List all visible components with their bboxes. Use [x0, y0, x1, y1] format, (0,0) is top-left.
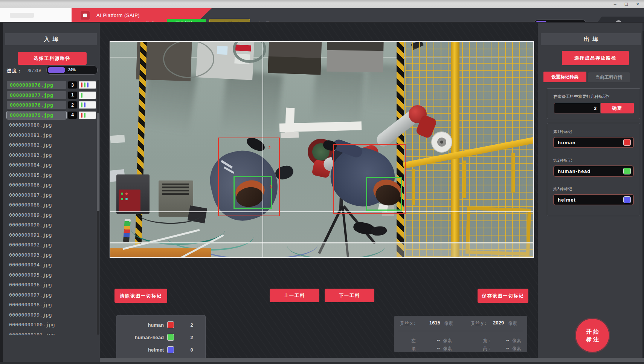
- rail-post: [511, 153, 515, 193]
- save-marks-button[interactable]: 保存该图一切标记: [478, 289, 528, 303]
- next-workpiece-button[interactable]: 下一工料: [325, 289, 374, 302]
- legend-label: helmet: [119, 347, 164, 353]
- file-row[interactable]: 0000000089.jpg: [3, 211, 97, 219]
- rail-post: [412, 169, 415, 205]
- bbox-human-head-left[interactable]: [233, 176, 272, 209]
- app-logo-icon: [80, 11, 90, 20]
- file-row[interactable]: 0000000087.jpg: [3, 191, 97, 199]
- divider: [398, 331, 523, 331]
- file-name: 0000000092.jpg: [9, 241, 52, 249]
- file-name: 0000000082.jpg: [9, 141, 52, 149]
- unit-label: 像素: [512, 338, 521, 344]
- window-bottom-bar: [100, 358, 644, 362]
- file-name: 0000000076.jpg: [7, 81, 66, 89]
- file-row[interactable]: 0000000092.jpg: [3, 241, 97, 249]
- crosshair-y-value: 2029: [493, 320, 504, 326]
- file-row[interactable]: 0000000098.jpg: [3, 301, 97, 309]
- file-row[interactable]: 0000000096.jpg: [3, 281, 97, 289]
- minimize-icon[interactable]: ─: [611, 1, 619, 8]
- mark-count-group: 在这些工料中将要打几种标记? 确定: [547, 88, 640, 119]
- tab-set-mark-types[interactable]: 设置标记种类: [543, 72, 586, 82]
- file-row[interactable]: 0000000088.jpg: [3, 201, 97, 209]
- select-output-path-button[interactable]: 选择成品存放路径: [562, 51, 629, 65]
- file-name: 0000000091.jpg: [9, 231, 52, 239]
- prev-workpiece-button[interactable]: 上一工料: [270, 289, 319, 302]
- file-row[interactable]: 0000000093.jpg: [3, 251, 97, 259]
- file-row[interactable]: 00000000101.jpg: [3, 331, 97, 335]
- vent-slots: [162, 184, 189, 195]
- mark-count-input[interactable]: [554, 103, 601, 113]
- close-icon[interactable]: ✕: [633, 1, 642, 8]
- machine: [268, 42, 322, 75]
- file-row[interactable]: 0000000076.jpg3: [3, 81, 97, 89]
- shadow: [311, 66, 365, 127]
- file-row[interactable]: 00000000100.jpg: [3, 321, 97, 329]
- file-row[interactable]: 0000000081.jpg: [3, 131, 97, 139]
- start-annotation-line1: 开始: [584, 327, 600, 335]
- file-row[interactable]: 0000000084.jpg: [3, 161, 97, 169]
- file-list: 0000000076.jpg30000000077.jpg10000000078…: [3, 80, 97, 335]
- file-row[interactable]: 0000000094.jpg: [3, 261, 97, 269]
- file-row[interactable]: 0000000085.jpg: [3, 171, 97, 179]
- file-name: 0000000095.jpg: [9, 271, 52, 279]
- mark2-input[interactable]: [553, 165, 634, 177]
- maximize-icon[interactable]: ☐: [622, 1, 630, 8]
- crosshair-horizontal-line: [110, 211, 533, 212]
- file-row[interactable]: 0000000099.jpg: [3, 311, 97, 319]
- legend-swatch-human-head: [167, 334, 174, 341]
- start-annotation-button[interactable]: 开始 标注: [576, 319, 609, 352]
- height-label: 高：: [483, 346, 492, 352]
- mark-types-group: 第1种标记 第2种标记 第3种标记: [547, 123, 640, 216]
- file-name: 0000000098.jpg: [9, 301, 52, 309]
- file-row[interactable]: 0000000086.jpg: [3, 181, 97, 189]
- mark-count-bar: [84, 102, 85, 107]
- file-row[interactable]: 0000000083.jpg: [3, 151, 97, 159]
- file-row[interactable]: 0000000080.jpg: [3, 121, 97, 129]
- file-row[interactable]: 0000000091.jpg: [3, 231, 97, 239]
- file-name: 0000000083.jpg: [9, 151, 52, 159]
- fence-frame-post: [451, 42, 459, 257]
- mark1-input[interactable]: [553, 137, 634, 148]
- machine-sticker: [217, 46, 228, 55]
- tab-workpiece-details[interactable]: 当前工料详情: [588, 72, 630, 82]
- annotation-count-badge: 3: [68, 81, 77, 89]
- workpiece-image[interactable]: 2 3: [110, 42, 533, 257]
- width-label: 宽：: [483, 338, 492, 344]
- machine: [327, 42, 384, 72]
- output-panel-title: 出埠: [541, 33, 641, 45]
- legend-count: 2: [186, 322, 197, 328]
- file-row[interactable]: 0000000097.jpg: [3, 291, 97, 299]
- legend-count: 0: [186, 347, 197, 353]
- file-name: 00000000101.jpg: [9, 331, 55, 335]
- crosshair-x-value: 1615: [429, 320, 440, 326]
- unit-label: 像素: [508, 320, 517, 327]
- file-row[interactable]: 0000000078.jpg2: [3, 101, 97, 109]
- file-row[interactable]: 0000000082.jpg: [3, 141, 97, 149]
- mark-count-bar: [84, 113, 85, 118]
- annotation-bars-badge: [79, 92, 96, 99]
- mark3-color-chip[interactable]: [623, 196, 631, 203]
- annotation-bars-badge: [79, 112, 96, 119]
- top-value: --: [437, 346, 440, 351]
- mark2-color-chip[interactable]: [623, 168, 631, 174]
- bbox-human-head-right[interactable]: [366, 177, 402, 211]
- bbox-id-label: 2: [269, 146, 271, 150]
- file-row[interactable]: 0000000090.jpg: [3, 221, 97, 229]
- mark1-color-chip[interactable]: [623, 139, 631, 146]
- confirm-button[interactable]: 确定: [601, 103, 634, 113]
- file-row[interactable]: 0000000095.jpg: [3, 271, 97, 279]
- file-row[interactable]: 0000000077.jpg1: [3, 91, 97, 99]
- file-row[interactable]: 0000000079.jpg4: [3, 111, 97, 119]
- file-list-scrollbar-thumb[interactable]: [97, 113, 99, 211]
- app-toolbar: AI Platform (SAIP) 当前工作模式： 图像标注 ▾ 目标检测标注…: [0, 8, 644, 23]
- mark3-label: 第3种标记: [553, 187, 572, 192]
- file-name: 0000000096.jpg: [9, 281, 52, 289]
- select-source-path-button[interactable]: 选择工料源路径: [18, 52, 87, 65]
- width-value: --: [506, 338, 509, 343]
- legend-label: human-head: [119, 335, 164, 340]
- mark3-input[interactable]: [553, 194, 634, 205]
- start-annotation-line2: 标注: [584, 335, 600, 343]
- mark-count-bar: [81, 113, 82, 118]
- clear-marks-button[interactable]: 清除该图一切标记: [114, 289, 167, 303]
- input-panel-title: 入埠: [5, 33, 97, 45]
